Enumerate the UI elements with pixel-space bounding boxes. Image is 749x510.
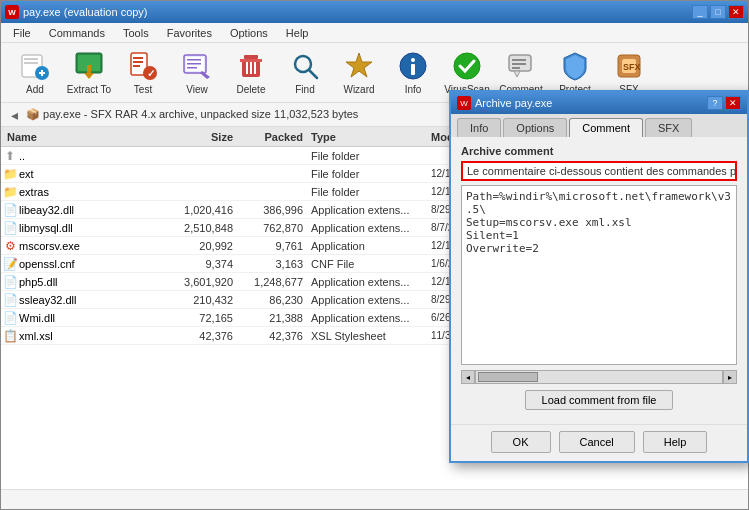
load-btn-row: Load comment from file	[461, 390, 737, 410]
dialog-controls: ? ✕	[707, 96, 741, 110]
help-button[interactable]: Help	[643, 431, 708, 453]
scrollbar-thumb[interactable]	[478, 372, 538, 382]
scrollbar-area: ◂ ▸	[461, 370, 737, 384]
tab-sfx[interactable]: SFX	[645, 118, 692, 137]
cancel-button[interactable]: Cancel	[559, 431, 635, 453]
archive-comment-label: Archive comment	[461, 145, 737, 157]
comment-highlight-text: Le commentaire ci-dessous contient des c…	[467, 165, 737, 177]
dialog-app-icon: W	[457, 96, 471, 110]
archive-comment-dialog: W Archive pay.exe ? ✕ Info Options Comme…	[449, 90, 749, 463]
scroll-left[interactable]: ◂	[461, 370, 475, 384]
dialog-title-bar: W Archive pay.exe ? ✕	[451, 92, 747, 114]
h-scrollbar[interactable]	[475, 370, 723, 384]
dialog-title-left: W Archive pay.exe	[457, 96, 552, 110]
comment-textarea[interactable]: Path=%windir%\microsoft.net\framework\v3…	[461, 185, 737, 365]
dialog-overlay: W Archive pay.exe ? ✕ Info Options Comme…	[0, 0, 749, 510]
dialog-close-button[interactable]: ✕	[725, 96, 741, 110]
dialog-footer: OK Cancel Help	[451, 424, 747, 461]
tab-comment[interactable]: Comment	[569, 118, 643, 137]
dialog-tab-bar: Info Options Comment SFX	[451, 114, 747, 137]
ok-button[interactable]: OK	[491, 431, 551, 453]
tab-options[interactable]: Options	[503, 118, 567, 137]
dialog-help-button[interactable]: ?	[707, 96, 723, 110]
tab-info[interactable]: Info	[457, 118, 501, 137]
load-comment-button[interactable]: Load comment from file	[525, 390, 674, 410]
dialog-title: Archive pay.exe	[475, 97, 552, 109]
scroll-right[interactable]: ▸	[723, 370, 737, 384]
dialog-content: Archive comment Le commentaire ci-dessou…	[451, 137, 747, 424]
comment-highlight-input[interactable]: Le commentaire ci-dessous contient des c…	[461, 161, 737, 181]
